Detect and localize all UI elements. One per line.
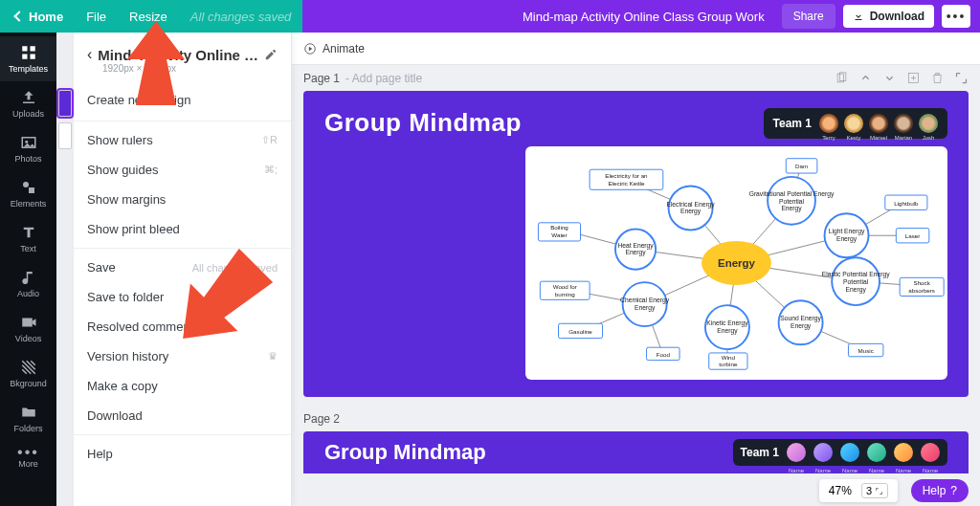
sidebar-item-label: Bkground bbox=[10, 379, 47, 388]
slide-1[interactable]: Group Mindmap Team 1 Terry Kesty Marsel … bbox=[303, 91, 969, 397]
tutorial-arrow-file bbox=[113, 21, 199, 107]
svg-text:Energy: Energy bbox=[781, 205, 802, 212]
expand-down-icon[interactable] bbox=[882, 71, 897, 85]
svg-text:Potential: Potential bbox=[779, 198, 805, 205]
avatar-placeholder bbox=[787, 443, 806, 462]
document-title[interactable]: Mind-map Activity Online Class Group Wor… bbox=[320, 10, 773, 24]
svg-rect-3 bbox=[30, 55, 34, 59]
menu-help[interactable]: Help bbox=[74, 439, 291, 469]
sidebar-item-background[interactable]: Bkground bbox=[0, 351, 56, 396]
animate-button[interactable]: Animate bbox=[303, 42, 365, 55]
svg-rect-0 bbox=[22, 46, 27, 51]
sidebar-item-label: Audio bbox=[17, 289, 39, 298]
svg-text:Water: Water bbox=[551, 231, 567, 238]
sidebar-item-more[interactable]: ••• More bbox=[0, 441, 56, 476]
avatar-row: Terry Kesty Marsel Marian Josh bbox=[819, 114, 938, 133]
svg-text:Wind: Wind bbox=[722, 354, 736, 361]
sidebar-item-videos[interactable]: Videos bbox=[0, 306, 56, 351]
background-icon bbox=[20, 359, 37, 376]
sidebar-item-photos[interactable]: Photos bbox=[0, 126, 56, 171]
svg-text:Electric Kettle: Electric Kettle bbox=[608, 180, 645, 187]
delete-page-icon[interactable] bbox=[930, 71, 945, 85]
avatar-placeholder bbox=[840, 443, 859, 462]
svg-text:Shock: Shock bbox=[914, 279, 931, 286]
tools-sidebar: Templates Uploads Photos Elements Text A… bbox=[0, 33, 56, 506]
sidebar-item-folders[interactable]: Folders bbox=[0, 396, 56, 441]
collapse-up-icon[interactable] bbox=[858, 71, 873, 85]
svg-text:Energy: Energy bbox=[791, 322, 812, 330]
sidebar-item-audio[interactable]: Audio bbox=[0, 261, 56, 306]
team-badge: Team 1 Name Name Name Name Name Name bbox=[733, 439, 947, 466]
svg-rect-4 bbox=[23, 102, 34, 104]
menu-make-copy[interactable]: Make a copy bbox=[74, 371, 291, 401]
page-counter[interactable]: 3 bbox=[861, 483, 888, 498]
page-thumbnail-1[interactable] bbox=[58, 90, 72, 117]
page-title-placeholder[interactable]: - Add page title bbox=[345, 72, 422, 85]
duplicate-page-icon[interactable] bbox=[835, 71, 849, 85]
share-button[interactable]: Share bbox=[782, 4, 835, 29]
zoom-control[interactable]: 47% 3 bbox=[819, 479, 898, 502]
team-badge: Team 1 Terry Kesty Marsel Marian Josh bbox=[764, 108, 947, 139]
sidebar-item-templates[interactable]: Templates bbox=[0, 36, 56, 81]
download-icon bbox=[853, 11, 864, 22]
videos-icon bbox=[20, 314, 37, 331]
mind-center: Energy bbox=[718, 257, 756, 269]
avatar-placeholder bbox=[894, 443, 913, 462]
page-thumbnail-2[interactable] bbox=[58, 122, 72, 149]
svg-text:Laser: Laser bbox=[905, 232, 921, 239]
editor-canvas: Animate Page 1 - Add page title Group Mi… bbox=[292, 33, 980, 506]
panel-back-button[interactable]: ‹ bbox=[87, 46, 92, 63]
templates-icon bbox=[20, 44, 37, 61]
avatar: Marian bbox=[894, 114, 913, 133]
pencil-icon[interactable] bbox=[264, 48, 278, 61]
audio-icon bbox=[20, 269, 37, 286]
avatar-placeholder bbox=[813, 443, 833, 462]
svg-point-6 bbox=[25, 141, 28, 143]
fullscreen-icon[interactable] bbox=[954, 71, 969, 85]
sidebar-item-text[interactable]: Text bbox=[0, 216, 56, 261]
svg-text:Energy: Energy bbox=[846, 286, 867, 294]
menu-show-guides[interactable]: Show guides⌘; bbox=[74, 155, 291, 185]
svg-text:absorbers: absorbers bbox=[908, 287, 935, 294]
page-2-label: Page 2 bbox=[303, 412, 340, 426]
sidebar-item-label: Elements bbox=[11, 199, 47, 209]
avatar: Marsel bbox=[869, 114, 888, 133]
ellipsis-icon: ••• bbox=[947, 9, 967, 24]
mindmap-canvas: Energy Electrical EnergyEnergy Gravitati… bbox=[525, 146, 947, 380]
svg-text:Energy: Energy bbox=[717, 327, 738, 335]
avatar: Kesty bbox=[844, 114, 863, 133]
slide-2[interactable]: Group Mindmap Team 1 Name Name Name Name… bbox=[303, 431, 969, 473]
download-button[interactable]: Download bbox=[843, 5, 934, 28]
page-1-label: Page 1 bbox=[303, 72, 340, 85]
svg-text:Wood for: Wood for bbox=[553, 283, 577, 290]
svg-point-7 bbox=[23, 182, 29, 187]
sidebar-item-label: More bbox=[18, 459, 38, 469]
page-thumbnails bbox=[56, 33, 74, 506]
sidebar-item-elements[interactable]: Elements bbox=[0, 171, 56, 216]
add-page-icon[interactable] bbox=[906, 71, 921, 85]
download-label: Download bbox=[870, 10, 924, 23]
menu-show-print-bleed[interactable]: Show print bleed bbox=[74, 214, 291, 244]
sidebar-item-label: Photos bbox=[14, 154, 41, 164]
menu-show-rulers[interactable]: Show rulers⇧R bbox=[74, 125, 291, 155]
menu-show-margins[interactable]: Show margins bbox=[74, 185, 291, 214]
text-icon bbox=[20, 224, 37, 241]
more-menu-button[interactable]: ••• bbox=[942, 5, 970, 28]
svg-text:Music: Music bbox=[858, 347, 874, 354]
sidebar-item-label: Templates bbox=[9, 64, 48, 74]
folders-icon bbox=[20, 404, 37, 421]
menu-download[interactable]: Download bbox=[74, 401, 291, 430]
home-button[interactable]: Home bbox=[4, 0, 75, 33]
team-label: Team 1 bbox=[773, 117, 812, 130]
svg-text:burning: burning bbox=[555, 291, 575, 297]
svg-text:Boiling: Boiling bbox=[550, 224, 568, 231]
page-1-header: Page 1 - Add page title bbox=[292, 65, 980, 91]
slide-heading: Group Mindmap bbox=[324, 108, 522, 138]
uploads-icon bbox=[20, 89, 37, 106]
sidebar-item-uploads[interactable]: Uploads bbox=[0, 81, 56, 126]
help-button[interactable]: Help ? bbox=[911, 479, 969, 502]
svg-rect-8 bbox=[29, 187, 34, 193]
avatar: Josh bbox=[919, 114, 938, 133]
svg-rect-2 bbox=[22, 55, 27, 59]
file-menu-button[interactable]: File bbox=[75, 0, 118, 33]
